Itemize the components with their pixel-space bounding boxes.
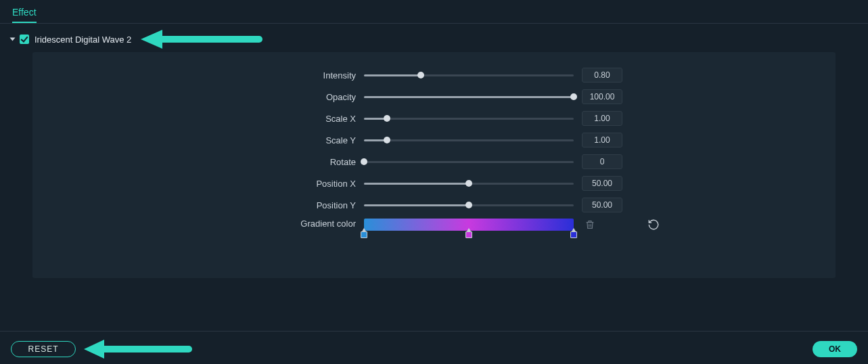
param-row-rotate: Rotate 0 [32,151,836,173]
scalex-label: Scale X [32,114,364,124]
scaley-slider[interactable] [364,133,574,147]
ok-button[interactable]: OK [813,341,857,357]
posy-label: Position Y [32,200,364,210]
trash-icon[interactable] [585,219,595,231]
gradient-stop-1[interactable] [465,231,472,240]
rotate-slider[interactable] [364,155,574,168]
param-row-opacity: Opacity 100.00 [32,86,836,108]
param-row-intensity: Intensity 0.80 [32,64,836,86]
param-row-posx: Position X 50.00 [32,173,836,194]
effect-parameters-panel: Intensity 0.80 Opacity 100.00 Scale X 1.… [32,52,836,278]
intensity-value[interactable]: 0.80 [582,68,622,83]
param-row-posy: Position Y 50.00 [32,194,836,216]
scalex-value[interactable]: 1.00 [582,111,622,126]
reset-icon[interactable] [647,219,660,231]
posx-value[interactable]: 50.00 [582,176,622,191]
posy-slider[interactable] [364,198,574,212]
intensity-label: Intensity [32,70,364,81]
rotate-value[interactable]: 0 [582,154,622,169]
footer-bar: RESET OK [0,341,868,357]
panel-header: Effect [0,0,868,23]
posx-label: Position X [32,179,364,189]
scaley-label: Scale Y [32,135,364,145]
scaley-value[interactable]: 1.00 [582,133,622,147]
gradient-stop-2[interactable] [570,231,577,240]
posy-value[interactable]: 50.00 [582,198,622,212]
annotation-arrow-effect [141,32,262,47]
expand-triangle-icon[interactable] [10,38,16,41]
param-row-scaley: Scale Y 1.00 [32,129,836,151]
effect-enabled-checkbox[interactable] [20,35,29,44]
gradient-color-bar[interactable] [364,219,574,231]
reset-button[interactable]: RESET [11,341,76,357]
rotate-label: Rotate [32,157,364,167]
intensity-slider[interactable] [364,68,574,82]
opacity-value[interactable]: 100.00 [582,89,622,104]
footer-divider [0,331,868,332]
tab-effect[interactable]: Effect [12,7,37,23]
posx-slider[interactable] [364,177,574,190]
opacity-slider[interactable] [364,90,574,104]
gradient-stop-0[interactable] [361,231,367,240]
gradient-label: Gradient color [32,219,364,229]
param-row-scalex: Scale X 1.00 [32,108,836,129]
opacity-label: Opacity [32,92,364,102]
param-row-gradient: Gradient color [32,216,836,237]
effect-name-label: Iridescent Digital Wave 2 [35,35,131,45]
effect-section-header[interactable]: Iridescent Digital Wave 2 [0,24,868,52]
annotation-arrow-reset [84,342,192,357]
scalex-slider[interactable] [364,112,574,125]
